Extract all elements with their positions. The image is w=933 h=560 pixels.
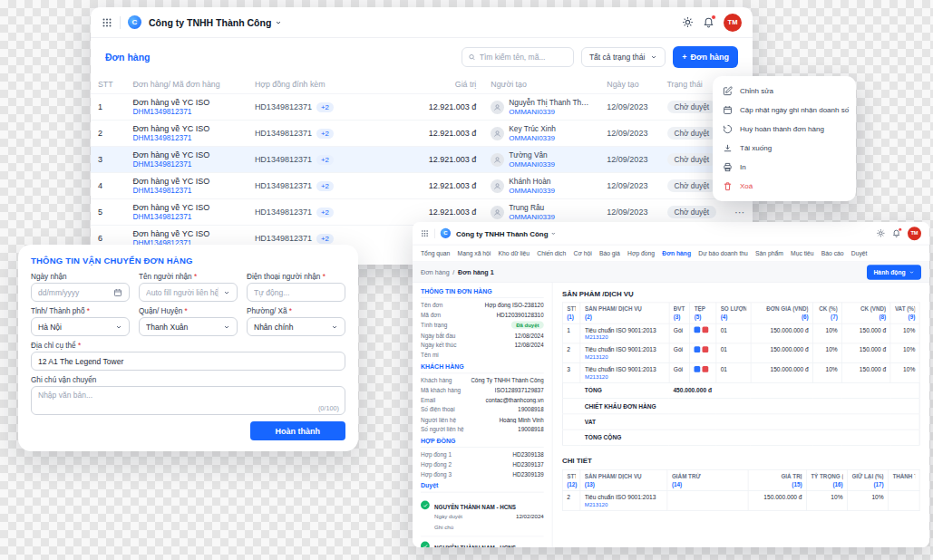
company-switcher[interactable]: Công ty TNHH Thành Công: [456, 229, 556, 237]
nav-tab[interactable]: Đơn hàng: [662, 250, 691, 257]
note-group: Ghi chú vận chuyển (0/100): [31, 376, 345, 415]
nav-tab[interactable]: Chiến dịch: [537, 250, 566, 257]
row-index: 2: [562, 491, 580, 511]
order-code-link[interactable]: DHM1349812371: [132, 212, 191, 221]
contract-extra-badge[interactable]: +2: [316, 155, 334, 165]
nav-tab[interactable]: Cơ hội: [574, 250, 592, 257]
product-discount-vnd: 150.000 đ: [842, 363, 890, 383]
printer-icon: [723, 162, 733, 172]
file-red-icon[interactable]: [703, 327, 709, 333]
settings-gear-icon[interactable]: [877, 229, 886, 238]
nav-tab[interactable]: Báo cáo: [821, 250, 844, 257]
menu-item-edit[interactable]: Chỉnh sửa: [713, 82, 856, 101]
complete-button[interactable]: Hoàn thành: [250, 421, 346, 440]
contract-extra-badge[interactable]: +2: [316, 181, 334, 191]
approval-date-label: Ngày duyệt: [434, 514, 462, 520]
row-index: 1: [562, 323, 580, 343]
field-label: Ghi chú vận chuyển: [31, 376, 345, 384]
status-filter-select[interactable]: Tất cả trạng thái: [581, 47, 666, 67]
file-blue-icon[interactable]: [695, 366, 701, 372]
search-field[interactable]: [480, 53, 568, 62]
menu-item-print[interactable]: In: [713, 158, 856, 177]
receiver-name-combobox[interactable]: [139, 283, 238, 302]
nav-tab[interactable]: Hợp đồng: [627, 250, 655, 257]
company-switcher[interactable]: Công ty TNHH Thành Công: [149, 17, 282, 28]
info-row: Hợp đồng 3 HD2309139: [421, 471, 544, 478]
product-name: Tiêu chuẩn ISO 9001:2013: [585, 494, 663, 501]
nav-tab[interactable]: Dự báo doanh thu: [698, 250, 747, 257]
contract-extra-badge[interactable]: +2: [316, 129, 334, 139]
ward-select[interactable]: [247, 317, 345, 336]
menu-item-update-revenue-date[interactable]: Cập nhật ngày ghi nhận doanh số: [713, 101, 856, 120]
product-row[interactable]: 3 Tiêu chuẩn ISO 9001:2013 M213120 Gói: [562, 363, 919, 383]
file-red-icon[interactable]: [703, 366, 709, 372]
province-select[interactable]: [31, 317, 130, 336]
file-red-icon[interactable]: [703, 346, 709, 352]
nav-tab[interactable]: Mạng xã hội: [458, 250, 491, 257]
product-code-link[interactable]: M213120: [585, 373, 665, 380]
nav-tab[interactable]: Mục tiêu: [791, 250, 814, 257]
detail-row[interactable]: 2 Tiêu chuẩn ISO 9001:2013 M213120 150.0…: [562, 491, 919, 511]
nav-tab[interactable]: Báo giá: [599, 250, 620, 257]
details-body: 2 Tiêu chuẩn ISO 9001:2013 M213120 150.0…: [562, 491, 919, 511]
menu-item-cancel-complete[interactable]: Huỷ hoàn thành đơn hàng: [713, 120, 856, 139]
nav-tab[interactable]: Tổng quan: [421, 250, 450, 257]
table-row[interactable]: 1 Đơn hàng về YC ISO DHM1349812371 HD134…: [91, 94, 753, 121]
contract-extra-badge[interactable]: +2: [316, 102, 334, 112]
address-input[interactable]: [38, 357, 338, 366]
order-code-link[interactable]: DHM1349812371: [132, 107, 191, 116]
district-value[interactable]: [146, 323, 223, 332]
created-date: 12/09/2023: [599, 147, 659, 173]
nav-tab[interactable]: Duyệt: [851, 250, 868, 257]
detail-deduction: [667, 491, 748, 511]
nav-tab[interactable]: Kho dữ liệu: [499, 250, 530, 257]
ward-value[interactable]: [254, 323, 331, 332]
notifications-bell-icon[interactable]: [892, 229, 901, 238]
table-row[interactable]: 2 Đơn hàng về YC ISO DHM1349812371 HD134…: [91, 121, 753, 147]
table-row[interactable]: 4 Đơn hàng về YC ISO DHM1349812371 HD134…: [91, 173, 753, 199]
app-grid-icon[interactable]: [102, 17, 112, 28]
contract-extra-badge[interactable]: +2: [316, 234, 334, 244]
contract-extra-badge[interactable]: +2: [316, 208, 334, 217]
nav-tab[interactable]: Sản phẩm: [755, 250, 783, 257]
info-row: Mã khách hàng ISO128937129837: [421, 387, 544, 394]
product-code-link[interactable]: M213120: [585, 354, 665, 361]
receiver-phone-field[interactable]: [247, 283, 345, 302]
product-row[interactable]: 2 Tiêu chuẩn ISO 9001:2013 M213120 Gói: [562, 343, 919, 363]
receiver-phone-input[interactable]: [254, 288, 338, 297]
product-code-link[interactable]: M213120: [585, 334, 665, 341]
order-code-link[interactable]: DHM1349812371: [132, 186, 191, 195]
receive-date-input[interactable]: [38, 288, 113, 297]
column-header: SỐ LƯỢNG (4): [716, 303, 751, 323]
order-code-link[interactable]: DHM1349812371: [132, 159, 191, 169]
product-row[interactable]: 1 Tiêu chuẩn ISO 9001:2013 M213120 Gói: [562, 323, 919, 343]
menu-item-download[interactable]: Tải xuống: [713, 139, 856, 158]
province-value[interactable]: [38, 323, 115, 332]
required-mark: *: [78, 342, 81, 350]
info-label: Số người liên hệ: [421, 426, 464, 433]
note-textarea[interactable]: [31, 386, 345, 415]
contract-list: Hợp đồng 1 HD2309138 Hợp đồng 2 HD230913…: [421, 451, 544, 478]
file-blue-icon[interactable]: [695, 346, 701, 352]
app-grid-icon[interactable]: [421, 229, 429, 237]
order-code-link[interactable]: DHM1349812371: [132, 133, 191, 142]
menu-item-delete[interactable]: Xoá: [713, 177, 856, 196]
user-avatar[interactable]: TM: [908, 227, 921, 240]
table-row[interactable]: 3 Đơn hàng về YC ISO DHM1349812371 HD134…: [91, 147, 753, 173]
district-select[interactable]: [139, 317, 238, 336]
receiver-name-input[interactable]: [146, 288, 218, 297]
settings-gear-icon[interactable]: [682, 16, 694, 28]
summary-row: TỔNG CỘNG: [562, 430, 919, 445]
main-nav: Tổng quanMạng xã hộiKho dữ liệuChiến dịc…: [413, 246, 929, 263]
more-options-icon[interactable]: ⋯: [734, 207, 744, 217]
add-order-button[interactable]: + Đơn hàng: [673, 46, 738, 68]
address-field[interactable]: [31, 352, 345, 371]
file-blue-icon[interactable]: [695, 327, 701, 333]
search-input[interactable]: [462, 47, 574, 67]
actions-button[interactable]: Hành động: [867, 265, 921, 280]
receive-date-field[interactable]: [31, 283, 130, 302]
breadcrumb-section[interactable]: Đơn hàng: [421, 268, 450, 275]
user-avatar[interactable]: TM: [724, 14, 742, 32]
product-code-link[interactable]: M213120: [585, 501, 663, 507]
notifications-bell-icon[interactable]: [703, 16, 714, 28]
